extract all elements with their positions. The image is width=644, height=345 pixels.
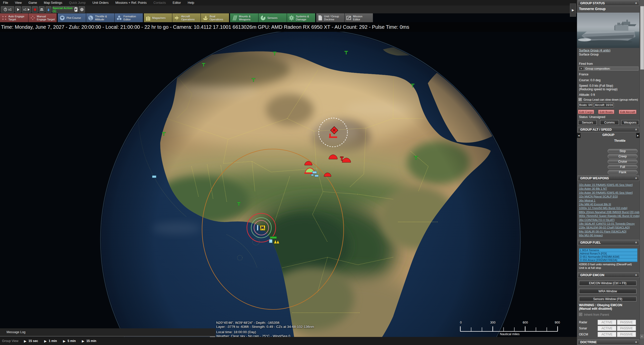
throttle-full-button[interactable]: Full [608,165,637,169]
doctrine-header[interactable]: DOCTRINE« [578,339,639,345]
aircraft-operations-button[interactable]: Aircraft Operations [172,13,201,22]
group-tab-label: GROUP [577,133,640,137]
weapon-link[interactable]: 36x CONTRALTO-V [SLAT] [579,218,639,222]
auto-engage-target-button[interactable]: Auto Engage Target [0,13,28,22]
menu-missions-ref-points[interactable]: Missions + Ref. Points [115,1,147,5]
boats-button[interactable]: Boats: 0/0 [578,103,593,107]
bookmark-button[interactable] [46,6,51,13]
emcon-window-button[interactable]: EMCON Window (Ctrl + F9) [579,281,636,285]
time-step-1min-button[interactable]: 1 min [49,339,57,343]
mounts-weapons-button[interactable]: Mounts & Weapons [230,13,258,22]
edit-aircraft-button[interactable]: Edit Aircraft [619,110,636,114]
group-weapons-header[interactable]: GROUP WEAPONS« [578,176,639,181]
weapon-link[interactable]: 900x 76mm/62 Super Rapido HE Burst [2 rn… [579,214,639,218]
weapon-link[interactable]: 36x Mistral 1 [579,199,639,203]
fuel-unit-row[interactable]: Admiral Ronarc'h [FDI] [579,252,637,255]
weapon-link[interactable]: 228x SEALEM 08-02 Chaff [SEACLAD] [579,226,639,229]
weapon-link[interactable]: 880x 20mm Narwhal 20B [M693] Burst [20 r… [579,210,639,214]
comms-panel-button[interactable]: Comms [600,120,619,125]
record-button[interactable] [32,6,38,13]
group-view-label: Group View [2,339,18,343]
weapon-link[interactable]: 1000x 12.7mm/50 MG Burst [10 rnds] [579,206,639,210]
sensors-panel-button[interactable]: Sensors [578,120,597,125]
chevron-up-icon[interactable]: « [634,341,638,343]
weapons-panel-button[interactable]: Weapons [621,120,639,125]
aircraft-button[interactable]: Aircraft: 16/16 [594,103,614,107]
time-step-15min-button[interactable]: 15 min [86,339,96,343]
manual-engage-target-button[interactable]: Manual Engage Target [28,13,57,22]
weapon-link[interactable]: 32x Aster 15 PAAMS [GWS.45 Sea Viper] [579,183,639,187]
plot-course-button[interactable]: Plot Course [58,13,86,22]
message-log-bar[interactable]: Message Log [0,328,216,337]
group-units-link[interactable]: Surface Group (4 units) [579,49,610,52]
group-composition-dropdown[interactable]: ▼ Group composition: [578,67,638,71]
wra-window-button[interactable]: WRA Window [579,289,636,294]
menu-file[interactable]: File [3,1,8,5]
throttle-creep-button[interactable]: Creep [608,154,637,158]
map-globe[interactable] [0,0,577,345]
fuel-unit-row[interactable]: L 9014 Tonnerre [579,249,637,252]
sensors-window-button[interactable]: Sensors Window (F9) [579,297,636,301]
weapon-link[interactable]: 32x MdCN [Naval SCALP EG] [579,195,639,198]
group-lead-checkbox[interactable]: ✓ [578,98,582,101]
sensors-button[interactable]: Sensors [259,13,287,22]
chevron-up-icon[interactable]: « [634,129,638,130]
throttle-cruise-button[interactable]: Cruise [608,160,637,164]
scrollbar-down-arrow[interactable]: ▼ [640,334,644,338]
chevron-up-icon[interactable]: « [634,242,638,243]
throttle-altitude-button[interactable]: Throttle & Altitude [86,13,114,22]
menu-view[interactable]: View [15,1,22,5]
chevron-up-icon[interactable]: « [634,177,638,179]
radar-active-button[interactable]: ACTIVE [598,320,616,325]
menu-unit-orders[interactable]: Unit Orders [92,1,109,5]
scrollbar-thumb[interactable] [640,6,644,70]
boat-operations-button[interactable]: Boat Operations [201,13,229,22]
menu-map-settings[interactable]: Map Settings [44,1,62,5]
dropdown-arrow-icon[interactable]: ▼ [579,67,584,70]
group-fuel-header[interactable]: GROUP FUEL« [578,240,639,245]
menu-editor[interactable]: Editor [173,1,181,5]
time-step-5min-button[interactable]: 5 min [68,339,76,343]
weapon-link[interactable]: 18x SEALAT CANTO 13-01 Torpedo Decoy [579,222,639,226]
oecm-active-button[interactable]: ACTIVE [598,332,616,337]
magazines-button[interactable]: Magazines [144,13,172,22]
step-button[interactable]: x1 [22,6,31,13]
sidebar-collapse-button[interactable]: ▶ [570,4,576,17]
group-status-header[interactable]: GROUP STATUS« [578,1,639,6]
sidebar-scrollbar[interactable]: ▼ [639,0,644,345]
chevron-up-icon[interactable]: « [634,2,638,4]
edit-cargo-button[interactable]: Edit Cargo [578,110,594,114]
weapon-link[interactable]: 66x MU-90 Impact [579,234,639,237]
sonar-passive-button[interactable]: PASSIVE [617,326,636,331]
playback-toolbar: x1 x1 Special Action (1) [0,6,577,13]
weapon-link[interactable]: 16x Aster 30 Blk 1 NT [579,187,639,191]
time-compression-button[interactable]: x1 [1,6,14,13]
time-step-15sec-button[interactable]: 15 sec [28,339,38,343]
fuel-unit-row[interactable]: D 656 Alsace [FREMM FREDA] [579,258,637,262]
throttle-stop-button[interactable]: Stop [608,149,637,153]
settings-button[interactable] [79,6,85,13]
group-emcon-header[interactable]: GROUP EMCON« [578,272,639,278]
mission-editor-button[interactable]: Mission Editor [345,13,373,22]
group-next-button[interactable]: ► [636,133,640,138]
group-alt-speed-header[interactable]: GROUP ALT / SPEED« [578,127,639,132]
menu-game[interactable]: Game [28,1,37,5]
fuel-unit-row[interactable]: D 651 Normandie [FREMM ASW] [579,255,637,258]
throttle-flank-button[interactable]: Flank [608,170,637,174]
formation-editor-button[interactable]: Formation Editor [115,13,143,22]
chevron-up-icon[interactable]: « [634,274,638,276]
oecm-passive-button[interactable]: PASSIVE [617,332,636,337]
scenario-button[interactable] [39,6,45,13]
sonar-active-button[interactable]: ACTIVE [598,326,616,331]
weapon-link[interactable]: 24x MM.40 Exocet Blk III [579,203,639,206]
unit-group-doctrine-button[interactable]: Unit / Group Doctrine [316,13,344,22]
systems-damage-button[interactable]: Systems & Damage [287,13,315,22]
fuel-unit-list[interactable]: L 9014 Tonnerre Admiral Ronarc'h [FDI] D… [579,248,637,262]
weapon-link[interactable]: 16x Aster 30 PAAMS [GWS.45 Sea Viper] [579,191,639,195]
edit-boats-button[interactable]: Edit Boats [598,110,614,114]
weapon-link[interactable]: 84x SEALIR 08-01 Flare [SEACLAD] [579,230,639,234]
special-action-button[interactable]: Special Action (1) [52,6,78,13]
radar-passive-button[interactable]: PASSIVE [617,320,636,325]
play-button[interactable] [15,6,21,13]
menu-help[interactable]: Help [188,1,194,5]
